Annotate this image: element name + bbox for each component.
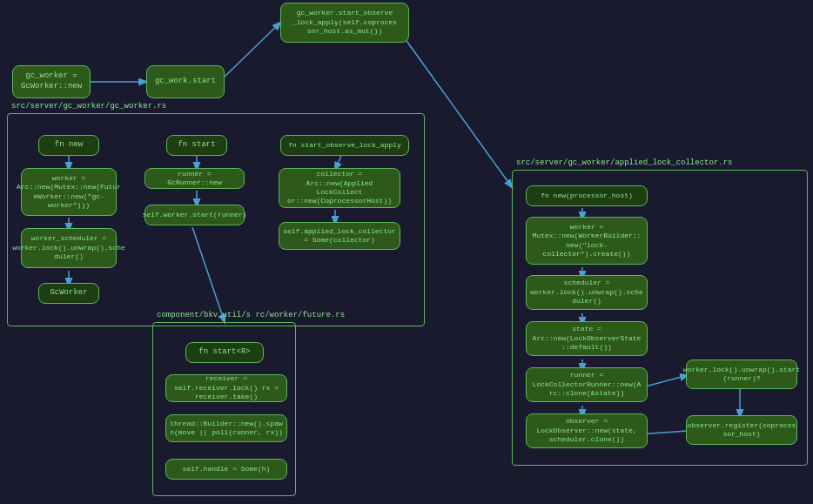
gcworker-return-node: GcWorker: [38, 283, 99, 304]
diagram-canvas: src/server/gc_worker/gc_worker.rs compon…: [0, 0, 813, 504]
container-future-label: component/bkv_util/s rc/worker/future.rs: [157, 311, 345, 319]
self-applied-lock-collector-node: self.applied_lock_collector = Some(colle…: [279, 222, 400, 250]
fn-start-r-node: fn start<R>: [185, 342, 264, 363]
svg-line-1: [225, 23, 280, 77]
container-applied-lock-label: src/server/gc_worker/applied_lock_collec…: [516, 158, 732, 167]
container-gc-worker-label: src/server/gc_worker/gc_worker.rs: [11, 102, 166, 111]
gc-worker-start-observe-node: gc_worker.start_observe _lock_apply(self…: [280, 3, 409, 43]
gc-worker-node: gc_worker = GcWorker::new: [12, 65, 91, 98]
runner-lock-node: runner = LockCollectorRunner::new(A rc::…: [526, 367, 648, 402]
worker-lock-unwrap-node: worker.lock().unwrap().start (runner)?: [686, 360, 797, 389]
state-node: state = Arc::new(LockObserverState ::def…: [526, 321, 648, 356]
self-handle-node: self.handle = Some(h): [165, 459, 287, 480]
collector-node: collector = Arc::new(Applied LockCollect…: [279, 168, 400, 208]
fn-new-node: fn new: [38, 135, 99, 156]
fn-new-processor-node: fn new(processor_host): [526, 185, 648, 206]
worker-scheduler-node: worker_scheduler = worker.lock().unwrap(…: [21, 228, 117, 268]
runner-gc-node: runner = GcRunner::new: [144, 168, 245, 189]
gc-work-start-node: gc_work.start: [146, 65, 225, 98]
worker-node: worker = Arc::new(Mutex::new(Futur eWork…: [21, 168, 117, 216]
observer-register-node: observer.register(coproces sor_host): [686, 415, 797, 445]
fn-start-observe-lock-apply-node: fn start_observe_lock_apply: [280, 135, 409, 156]
thread-builder-node: thread::Builder::new().spaw n(move || po…: [165, 414, 287, 442]
fn-start-node: fn start: [166, 135, 227, 156]
scheduler-node: scheduler = worker.lock().unwrap().sche …: [526, 275, 648, 310]
observer-node: observer = LockObserver::new(state, sche…: [526, 413, 648, 448]
receiver-node: receiver = self.receiver.lock() rx = rec…: [165, 374, 287, 402]
self-worker-start-node: self.worker.start(runner): [144, 205, 245, 225]
worker-mutex-node: worker = Mutex::new(WorkerBuilder:: new(…: [526, 217, 648, 265]
